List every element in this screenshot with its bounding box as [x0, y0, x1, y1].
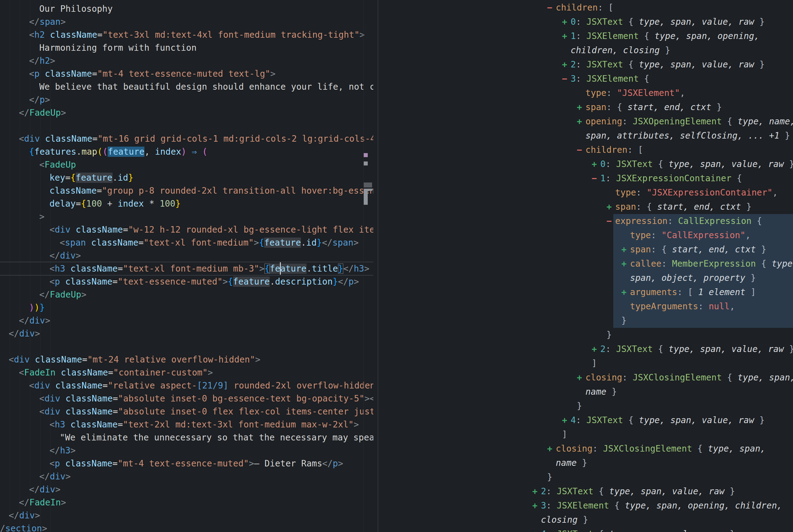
code-token: + — [102, 198, 118, 209]
expand-icon[interactable]: + — [562, 413, 570, 428]
code-line[interactable]: ))} — [29, 301, 45, 314]
expand-icon[interactable]: + — [606, 200, 615, 214]
code-line[interactable]: We believe that beautiful design should … — [39, 80, 373, 93]
expand-icon[interactable]: + — [577, 370, 585, 385]
collapse-icon[interactable]: − — [592, 171, 600, 186]
code-token: p — [55, 458, 60, 469]
code-token: = — [113, 277, 118, 287]
code-token: ( — [202, 147, 208, 157]
ast-token: : — [636, 187, 647, 198]
code-line[interactable]: </FadeUp> — [19, 107, 66, 119]
code-token: className — [50, 186, 97, 196]
ast-token: : — [605, 173, 616, 184]
expand-icon[interactable]: + — [592, 342, 600, 356]
code-token: } — [333, 277, 338, 287]
code-line[interactable]: className="group p-8 rounded-2xl transit… — [50, 184, 373, 197]
code-token: className — [56, 367, 108, 378]
expand-icon[interactable]: + — [562, 15, 570, 29]
code-token: className — [60, 458, 113, 469]
ast-token: } — [779, 131, 790, 141]
code-line[interactable]: </span> — [29, 16, 66, 28]
code-line[interactable]: </h2> — [29, 54, 55, 68]
code-line[interactable]: Harmonizing form with function — [39, 41, 197, 54]
code-line[interactable]: {features.map((feature, index) ⇒ ( — [29, 145, 208, 158]
code-token: } — [317, 238, 322, 248]
ast-token: } — [754, 59, 765, 70]
ast-token: : — [593, 443, 603, 454]
code-line[interactable]: key={feature.id} — [50, 171, 133, 184]
code-line[interactable]: </div> — [9, 509, 40, 522]
expand-icon[interactable]: + — [532, 499, 541, 513]
expand-icon[interactable]: + — [532, 527, 541, 532]
expand-icon[interactable]: + — [562, 58, 570, 72]
code-token: feature — [264, 238, 301, 248]
code-line[interactable]: <div className="w-12 h-12 rounded-xl bg-… — [50, 223, 373, 236]
expand-icon[interactable]: + — [577, 114, 585, 129]
ast-token: { — [653, 344, 669, 354]
code-token: = — [123, 225, 128, 235]
code-token: "We eliminate the unnecessary so that th… — [60, 432, 373, 443]
code-line[interactable]: </div> — [9, 327, 40, 340]
code-line[interactable]: <div className="mt-24 relative overflow-… — [9, 353, 260, 366]
ast-token: type — [615, 187, 636, 198]
code-token: features — [34, 147, 76, 157]
code-token: > — [338, 458, 343, 469]
code-line[interactable]: <div className="mt-16 grid grid-cols-1 m… — [19, 132, 373, 145]
code-line[interactable]: <h3 className="text-2xl md:text-3xl font… — [50, 418, 359, 431]
code-line[interactable]: <FadeIn className="container-custom"> — [19, 366, 213, 379]
code-editor-panel[interactable]: Our Philosophy</span><h2 className="text… — [0, 0, 373, 532]
code-token: h3 — [55, 419, 65, 430]
code-line[interactable]: </FadeIn> — [19, 496, 66, 509]
expand-icon[interactable]: + — [621, 257, 630, 271]
code-line[interactable]: <span className="text-xl font-medium">{f… — [60, 236, 359, 249]
ast-token: : — [651, 230, 661, 240]
code-line[interactable]: <div className="absolute inset-0 bg-esse… — [39, 392, 373, 405]
code-line[interactable]: > — [39, 210, 44, 223]
code-line[interactable]: <h2 className="text-3xl md:text-4xl font… — [29, 28, 365, 41]
code-line[interactable]: </FadeUp> — [39, 288, 86, 301]
code-line[interactable]: </div> — [39, 470, 71, 483]
code-line[interactable]: </div> — [29, 483, 61, 496]
code-line[interactable]: <FadeUp — [39, 158, 76, 171]
ast-token: type, span, — [708, 443, 766, 454]
code-line[interactable]: </h3> — [50, 444, 76, 457]
code-token: </ — [29, 56, 40, 66]
expand-icon[interactable]: + — [621, 285, 630, 299]
code-line[interactable]: delay={100 + index * 100} — [50, 197, 181, 210]
collapse-icon[interactable]: − — [606, 214, 615, 228]
code-token: </ — [39, 289, 50, 300]
collapse-icon[interactable]: − — [577, 143, 585, 157]
expand-icon[interactable]: + — [562, 29, 570, 43]
code-token: > — [45, 95, 50, 105]
ast-token: } — [606, 330, 612, 340]
code-line[interactable]: <div className="relative aspect-[21/9] r… — [29, 379, 373, 392]
code-token: "absolute inset-0 flex flex-col items-ce… — [118, 406, 373, 417]
expand-icon[interactable]: + — [547, 442, 556, 456]
collapse-icon[interactable]: − — [562, 72, 570, 86]
expand-icon[interactable]: + — [592, 157, 600, 171]
code-token: = — [113, 458, 118, 469]
expand-icon[interactable]: + — [577, 100, 585, 114]
code-line[interactable]: "We eliminate the unnecessary so that th… — [60, 431, 373, 444]
code-token: . — [270, 277, 275, 287]
ast-tree-panel[interactable]: −children: [+0: JSXText { type, span, va… — [378, 0, 793, 532]
code-line[interactable]: <p className="text-essence-muted">{featu… — [50, 275, 359, 288]
panel-divider[interactable] — [378, 0, 378, 532]
code-line[interactable]: <div className="absolute inset-0 flex fl… — [39, 405, 373, 418]
code-token: </ — [9, 510, 19, 520]
collapse-icon[interactable]: − — [547, 1, 556, 15]
code-token: > — [45, 316, 51, 326]
expand-icon[interactable]: + — [532, 484, 541, 499]
code-line[interactable]: <p className="mt-4 text-essence-muted">—… — [50, 457, 343, 470]
code-line[interactable]: </p> — [29, 93, 50, 107]
code-line[interactable]: <p className="mt-4 text-essence-muted te… — [29, 68, 275, 80]
ast-token: start, end, ctxt — [627, 102, 711, 112]
code-line[interactable]: <h3 className="text-xl font-medium mb-3"… — [50, 262, 370, 275]
expand-icon[interactable]: + — [621, 243, 630, 257]
code-line[interactable]: </section> — [0, 522, 47, 532]
ast-line: type: "JSXElement", — [577, 86, 685, 100]
code-line[interactable]: Our Philosophy — [39, 2, 113, 16]
code-line[interactable]: </div> — [50, 249, 81, 262]
ast-token: children — [556, 2, 598, 13]
code-line[interactable]: </div> — [19, 314, 51, 327]
